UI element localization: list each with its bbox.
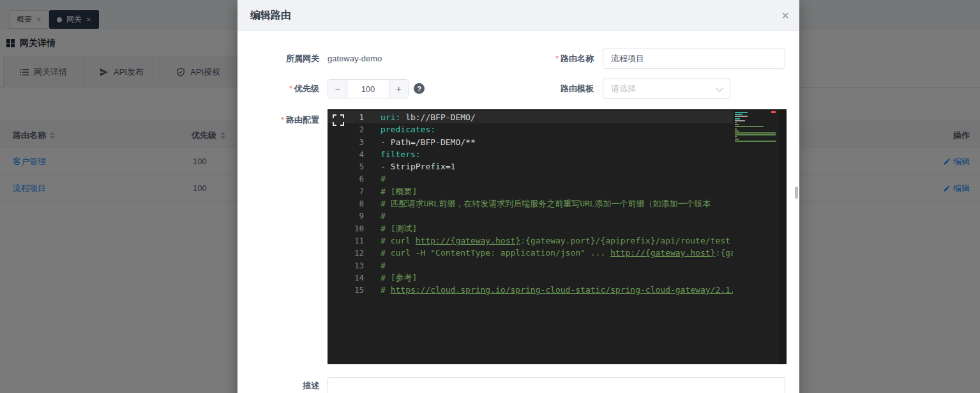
editor-overview-ruler[interactable] [778,109,787,364]
priority-value[interactable]: 100 [347,80,389,98]
route-config-label: *路由配置 [237,110,319,130]
route-config-editor[interactable]: 1uri: lb://BFP-DEMO/2predicates:3- Path=… [328,109,787,364]
code-line: 12# curl -H "ContentType: application/js… [328,247,733,259]
description-textarea[interactable] [328,377,785,393]
editor-lines: 1uri: lb://BFP-DEMO/2predicates:3- Path=… [328,111,733,296]
code-line: 8# 匹配请求URL前缀，在转发请求到后端服务之前重写URL添加一个前缀（如添加… [328,197,733,210]
gateway-value: gateway-demo [328,49,382,69]
code-line: 11# curl http://{gateway.host}:{gateway.… [328,235,733,247]
code-line: 15# https://cloud.spring.io/spring-cloud… [328,284,733,296]
required-asterisk: * [289,84,292,93]
fullscreen-icon[interactable] [333,114,344,126]
code-line: 9# [328,210,733,222]
chevron-down-icon [716,84,723,91]
required-asterisk: * [281,115,284,125]
required-asterisk: * [555,54,559,63]
route-name-label: *路由名称 [512,49,594,69]
decrease-button[interactable]: − [328,80,347,98]
modal-header: 编辑路由 × [237,0,799,31]
close-icon[interactable]: × [781,8,789,23]
code-line: 10# [测试] [328,222,733,235]
priority-stepper: − 100 + [328,79,409,98]
route-name-input[interactable] [603,49,785,69]
code-line: 14# [参考] [328,272,733,284]
increase-button[interactable]: + [389,80,408,98]
code-line: 4filters: [328,148,733,160]
edit-route-modal: 编辑路由 × 所属网关 gateway-demo *路由名称 *优先级 − 10… [237,0,799,393]
select-placeholder: 请选择 [611,79,636,98]
gateway-label: 所属网关 [237,49,319,69]
modal-scrollbar-thumb[interactable] [795,187,798,199]
code-line: 2predicates: [328,123,733,135]
route-template-select[interactable]: 请选择 [603,79,730,99]
code-line: 3- Path=/BFP-DEMO/** [328,136,733,148]
route-template-label: 路由模板 [512,79,594,99]
editor-minimap[interactable] [733,109,778,364]
description-label: 描述 [237,376,319,393]
code-line: 13# [328,259,733,272]
help-icon[interactable]: ? [414,83,425,94]
code-line: 7# [概要] [328,185,733,197]
code-line: 1uri: lb://BFP-DEMO/ [328,111,733,123]
priority-label: *优先级 [237,79,319,99]
modal-title: 编辑路由 [250,0,291,31]
code-line: 5- StripPrefix=1 [328,160,733,173]
code-line: 6# [328,173,733,185]
